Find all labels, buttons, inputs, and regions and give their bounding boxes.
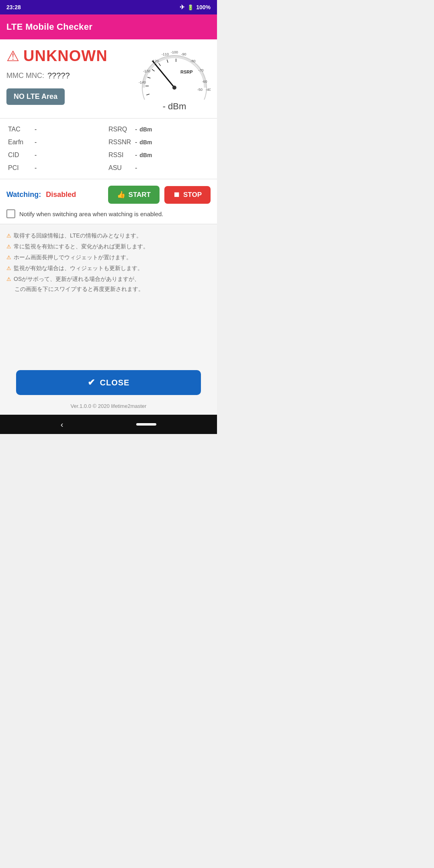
metric-earfn: Earfn - [8,139,108,146]
mmc-row: MMC MNC: ????? [6,71,108,80]
watching-section: Watching: Disabled 👍 START ⏹ STOP Notify… [0,179,217,224]
warning-icon-4: ⚠ [6,264,11,272]
watching-label: Watching: [6,190,41,199]
watching-row: Watching: Disabled 👍 START ⏹ STOP [6,186,211,204]
home-indicator[interactable] [136,423,156,426]
stop-icon: ⏹ [173,191,180,199]
info-line-6: この画面を下にスワイプすると再度更新されます。 [14,286,211,293]
info-line-2: ⚠ 常に監視を有効にすると、変化があれば更新します。 [6,242,211,251]
close-button[interactable]: ✔ CLOSE [16,370,201,395]
gauge-dbm-label: - dBm [163,101,186,112]
app-title: LTE Mobile Checker [6,22,92,32]
no-lte-button[interactable]: NO LTE Area [6,88,65,105]
close-section: ✔ CLOSE [0,364,217,400]
warning-icon-3: ⚠ [6,254,11,262]
warning-icon-2: ⚠ [6,243,11,251]
rsrp-gauge: -140 -130 -120 -110 -100 -90 -80 -70 -60… [138,47,211,100]
status-left: ⚠ UNKNOWN MMC MNC: ????? NO LTE Area [6,47,108,105]
info-line-4: ⚠ 監視が有効な場合は、ウィジェットも更新します。 [6,264,211,272]
battery-percent: 100% [196,4,211,10]
warning-icon-1: ⚠ [6,232,11,240]
gauge-section: -140 -130 -120 -110 -100 -90 -80 -70 -60… [138,47,211,112]
metric-asu: ASU - [108,164,209,172]
nav-bar: ‹ [0,415,217,434]
unknown-label: UNKNOWN [23,47,108,65]
main-content: ⚠ UNKNOWN MMC MNC: ????? NO LTE Area [0,39,217,415]
info-line-5: ⚠ OSがサボって、更新が遅れる場合がありますが、 [6,275,211,283]
app-header: LTE Mobile Checker [0,14,217,39]
version-text: Ver.1.0.0 © 2020 lifetime2master [71,403,147,409]
warning-icon-5: ⚠ [6,275,11,283]
metric-rssnr: RSSNR - dBm [108,139,209,146]
status-bar: 23:28 ✈ 🔋 100% [0,0,217,14]
status-bar-right: ✈ 🔋 100% [180,4,211,11]
svg-text:-130: -130 [143,69,150,73]
unknown-row: ⚠ UNKNOWN [6,47,108,65]
time-display: 23:28 [6,4,21,10]
metric-rssi: RSSI - dBm [108,151,209,159]
watching-status: Disabled [46,190,76,199]
info-line-1: ⚠ 取得する回線情報は、LTEの情報のみとなります。 [6,231,211,240]
start-button[interactable]: 👍 START [108,186,160,204]
metric-rsrq: RSRQ - dBm [108,126,209,133]
mmc-label: MMC MNC: [6,72,44,80]
thumbs-up-icon: 👍 [117,190,125,199]
notify-text: Notify when switching area when watching… [19,211,164,217]
svg-text:-60: -60 [202,80,207,84]
svg-text:-40: -40 [206,88,211,92]
airplane-icon: ✈ [180,4,185,11]
spacer [0,333,217,364]
svg-text:-70: -70 [198,68,203,72]
info-section: ⚠ 取得する回線情報は、LTEの情報のみとなります。 ⚠ 常に監視を有効にすると… [0,224,217,333]
svg-point-25 [172,86,176,90]
mmc-value: ????? [47,71,70,80]
battery-icon: 🔋 [187,4,194,10]
footer: Ver.1.0.0 © 2020 lifetime2master [0,400,217,415]
svg-text:-90: -90 [181,52,186,56]
svg-text:RSRP: RSRP [180,70,193,74]
back-button[interactable]: ‹ [61,420,63,429]
svg-text:-110: -110 [162,52,169,56]
metrics-section: TAC - RSRQ - dBm Earfn - RSSNR - dBm CID… [0,119,217,179]
notify-checkbox[interactable] [6,209,15,218]
metric-cid: CID - [8,151,108,159]
warning-triangle-icon: ⚠ [6,48,19,65]
stop-button[interactable]: ⏹ STOP [164,186,211,204]
metric-tac: TAC - [8,126,108,133]
top-section: ⚠ UNKNOWN MMC MNC: ????? NO LTE Area [0,39,217,119]
checkmark-icon: ✔ [88,377,95,388]
notify-row: Notify when switching area when watching… [6,209,211,218]
svg-text:-100: -100 [171,50,178,54]
svg-text:-140: -140 [139,80,146,84]
svg-text:-50: -50 [197,88,203,92]
metric-pci: PCI - [8,164,108,172]
info-line-3: ⚠ ホーム画面長押しでウィジェットが置けます。 [6,253,211,262]
